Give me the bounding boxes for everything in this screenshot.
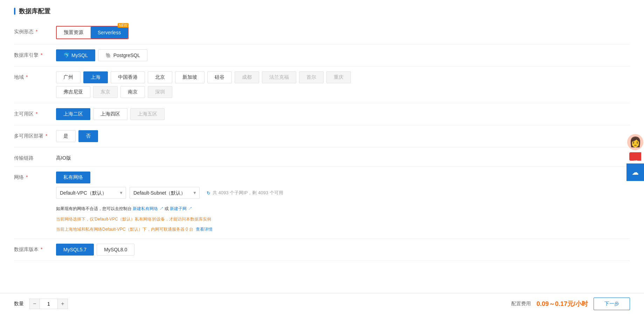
db-version-label: 数据库版本 *: [14, 244, 56, 253]
zone5-btn: 上海五区: [130, 108, 165, 120]
multi-az-no[interactable]: 否: [78, 130, 98, 142]
db-version-content: MySQL5.7 MySQL8.0: [56, 244, 630, 256]
network-selectors: Default-VPC（默认） ▼ Default-Subnet（默认） ▼ ↻: [56, 187, 283, 199]
region-siliconvalley[interactable]: 硅谷: [207, 71, 232, 83]
availability-zone-label: 主可用区 *: [14, 108, 56, 117]
instance-type-row: 实例形态 * 预置资源 Serverless NEW: [14, 21, 630, 44]
region-virginia[interactable]: 弗吉尼亚: [56, 86, 90, 98]
page-title: 数据库配置: [19, 7, 50, 15]
serverless-btn[interactable]: Serverless NEW: [91, 27, 128, 39]
multi-az-row: 多可用区部署 * 是 否: [14, 125, 630, 147]
mysql80-btn[interactable]: MySQL8.0: [97, 244, 134, 256]
zone2-btn[interactable]: 上海二区: [56, 108, 90, 120]
view-detail-link[interactable]: 查看详情: [196, 227, 213, 232]
region-row1: 广州 上海 中国香港 北京 新加坡 硅谷 成都 法兰克福 首尔 重庆: [56, 71, 351, 83]
region-seoul: 首尔: [299, 71, 324, 83]
network-label: 网络 *: [14, 172, 56, 181]
service-icon: ☁: [632, 168, 639, 176]
multi-az-content: 是 否: [56, 130, 630, 142]
new-subnet-link[interactable]: 新建子网 ↗: [170, 206, 192, 211]
quantity-label: 数量: [14, 301, 24, 307]
region-tokyo: 东京: [93, 86, 118, 98]
db-version-row: 数据库版本 * MySQL5.7 MySQL8.0: [14, 239, 630, 261]
region-nanjing[interactable]: 南京: [120, 86, 145, 98]
price-label: 配置费用: [511, 301, 531, 307]
preset-btn[interactable]: 预置资源: [57, 27, 91, 39]
vpc-select[interactable]: Default-VPC（默认）: [56, 187, 126, 199]
region-content: 广州 上海 中国香港 北京 新加坡 硅谷 成都 法兰克福 首尔 重庆 弗吉尼亚 …: [56, 71, 630, 98]
multi-az-label: 多可用区部署 *: [14, 130, 56, 139]
right-sidebar: 👩 联系销售 ☁: [626, 133, 644, 181]
warning3: 当前上海地域和私有网络Default-VPC（默认）下，内网可联通服务器 0 台…: [56, 226, 213, 233]
bottom-bar: 数量 − + 配置费用 0.09～0.17元/小时 下一步: [0, 293, 644, 314]
new-badge: NEW: [118, 23, 129, 28]
region-row: 地域 * 广州 上海 中国香港 北京 新加坡 硅谷 成都 法兰克福 首尔 重庆: [14, 67, 630, 103]
postgresql-icon: 🐘: [105, 53, 111, 58]
warning2: 当前网络选择下，仅'Default-VPC（默认）私有网络'的设备，才能访问本数…: [56, 216, 213, 223]
mysql57-btn[interactable]: MySQL5.7: [56, 244, 94, 256]
private-network-btn[interactable]: 私有网络: [56, 172, 90, 183]
region-chongqing: 重庆: [326, 71, 351, 83]
subnet-select[interactable]: Default-Subnet（默认）: [130, 187, 200, 199]
region-chengdu: 成都: [235, 71, 259, 83]
avatar: 👩: [626, 133, 644, 151]
network-main: 网络 * 私有网络 Default-VPC（默认） ▼: [14, 172, 283, 233]
qty-minus-btn[interactable]: −: [29, 299, 40, 309]
region-beijing[interactable]: 北京: [148, 71, 172, 83]
ip-info: ↻ 共 4093 个子网IP，剩 4093 个可用: [207, 190, 283, 196]
network-row: 网络 * 私有网络 Default-VPC（默认） ▼: [14, 167, 630, 239]
support-btn[interactable]: 联系销售: [629, 152, 641, 161]
mysql-btn[interactable]: 🐬 MySQL: [56, 49, 95, 61]
warning1: 如果现有的网络不合适，您可以去控制台 新建私有网络 ↗ 或 新建子网 ↗: [56, 205, 213, 213]
region-label: 地域 *: [14, 71, 56, 81]
region-hongkong[interactable]: 中国香港: [111, 71, 145, 83]
price-area: 配置费用 0.09～0.17元/小时 下一步: [511, 298, 630, 310]
transport-content: 高IO版: [56, 152, 630, 161]
instance-type-group: 预置资源 Serverless NEW: [56, 26, 129, 39]
refresh-icon[interactable]: ↻: [207, 190, 210, 196]
db-engine-row: 数据库引擎 * 🐬 MySQL 🐘 PostgreSQL: [14, 44, 630, 67]
mysql-icon: 🐬: [63, 53, 69, 58]
region-guangzhou[interactable]: 广州: [56, 71, 81, 83]
db-engine-content: 🐬 MySQL 🐘 PostgreSQL: [56, 49, 630, 61]
transport-value: 高IO版: [56, 152, 71, 161]
multi-az-yes[interactable]: 是: [56, 130, 76, 142]
network-content: 私有网络 Default-VPC（默认） ▼ Default-Subnet（默认…: [56, 172, 283, 233]
qty-plus-btn[interactable]: +: [57, 299, 68, 309]
service-btn[interactable]: ☁: [626, 163, 644, 181]
new-vpc-link[interactable]: 新建私有网络 ↗: [133, 206, 163, 211]
network-warnings: 如果现有的网络不合适，您可以去控制台 新建私有网络 ↗ 或 新建子网 ↗ 当前网…: [56, 202, 213, 233]
section-title: 数据库配置: [0, 0, 644, 21]
next-btn[interactable]: 下一步: [594, 298, 630, 310]
qty-input[interactable]: [40, 299, 57, 309]
instance-type-content: 预置资源 Serverless NEW: [56, 26, 630, 39]
transport-row: 传输链路 高IO版: [14, 147, 630, 167]
region-singapore[interactable]: 新加坡: [175, 71, 205, 83]
transport-label: 传输链路: [14, 152, 56, 161]
zone4-btn[interactable]: 上海四区: [93, 108, 127, 120]
instance-type-label: 实例形态 *: [14, 26, 56, 35]
region-shenzhen: 深圳: [148, 86, 172, 98]
region-row2: 弗吉尼亚 东京 南京 深圳: [56, 86, 172, 98]
availability-zone-content: 上海二区 上海四区 上海五区: [56, 108, 630, 120]
availability-zone-row: 主可用区 * 上海二区 上海四区 上海五区: [14, 103, 630, 125]
quantity-control: 数量 − +: [14, 299, 68, 309]
subnet-select-wrapper: Default-Subnet（默认） ▼: [130, 187, 200, 199]
vpc-select-wrapper: Default-VPC（默认） ▼: [56, 187, 126, 199]
region-shanghai[interactable]: 上海: [83, 71, 108, 83]
avatar-icon: 👩: [629, 136, 642, 148]
postgresql-btn[interactable]: 🐘 PostgreSQL: [98, 49, 147, 61]
region-frankfurt: 法兰克福: [262, 71, 296, 83]
db-engine-label: 数据库引擎 *: [14, 49, 56, 58]
price-value: 0.09～0.17元/小时: [536, 300, 588, 308]
